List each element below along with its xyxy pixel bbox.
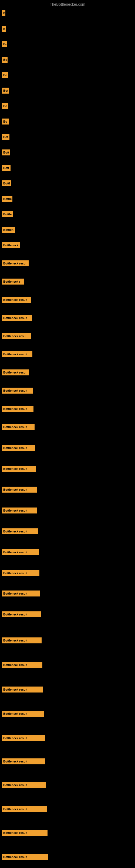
bar-label: Bottleneck result xyxy=(3,446,27,450)
bar-label: Bottleneck result xyxy=(3,352,27,356)
bar-label: Bottleneck result xyxy=(3,488,27,491)
bar-item: B xyxy=(2,26,6,32)
bar-label: Bottle xyxy=(3,213,12,216)
bar-label: Bottleneck result xyxy=(3,425,27,429)
bar-label: Bo xyxy=(3,104,7,108)
bar-label: Bo xyxy=(3,42,7,46)
bar-item: Bottleneck result xyxy=(2,424,35,430)
bar-item: Bottleneck resu xyxy=(2,260,29,267)
bar-label: Bott xyxy=(3,166,9,169)
bar-item: Bo xyxy=(2,41,7,47)
bar-item: Bottleneck result xyxy=(2,570,39,576)
bar-item: Bot xyxy=(2,134,9,140)
bar-label: Bottleneck resu xyxy=(3,262,26,265)
bar-label: Bottleneck result xyxy=(3,530,27,533)
bar-label: B xyxy=(3,12,5,15)
bar-item: Bott xyxy=(2,150,10,155)
bar-item: Bottleneck result xyxy=(2,351,32,357)
bar-label: Bottle xyxy=(3,197,12,200)
bar-label: Bottleneck result xyxy=(3,831,27,834)
bar-item: Bottleneck result xyxy=(2,782,46,788)
bar-label: B xyxy=(3,27,5,30)
bar-item: Bottleneck result xyxy=(2,297,31,303)
bar-item: Bottleneck result xyxy=(2,854,48,860)
bar-label: Bottleneck result xyxy=(3,712,27,715)
bar-label: Bottleneck result xyxy=(3,298,27,301)
bar-item: Bottl xyxy=(2,180,11,186)
bar-label: Bottleneck resu xyxy=(3,371,26,374)
bar-item: Bottleneck result xyxy=(2,388,33,394)
bar-label: Bo xyxy=(3,58,7,61)
bar-item: Bottleneck result xyxy=(2,662,42,668)
bar-item: Bo xyxy=(2,72,8,78)
bar-label: Bottleneck result xyxy=(3,639,27,642)
bar-label: Bottleneck result xyxy=(3,592,27,595)
bar-label: Bottleneck result xyxy=(3,316,27,319)
bar-item: Bottleneck result xyxy=(2,711,44,717)
bar-item: Bottleneck result xyxy=(2,315,32,321)
bar-item: Bo xyxy=(2,103,8,109)
bar-item: Bottleneck result xyxy=(2,686,43,692)
bar-label: Bott xyxy=(3,151,9,154)
bar-label: Bottl xyxy=(3,182,10,185)
bar-item: Bott xyxy=(2,165,10,171)
bar-item: Bottleneck result xyxy=(2,466,36,472)
bar-item: Bottlen xyxy=(2,227,15,233)
bar-label: Bottleneck resul xyxy=(3,335,27,338)
bar-item: B xyxy=(2,10,5,16)
bar-label: Bottleneck result xyxy=(3,688,27,691)
bar-label: Bottleneck result xyxy=(3,389,27,392)
bar-label: Bo xyxy=(3,120,7,123)
bar-item: Bottleneck result xyxy=(2,806,47,812)
bar-item: Bottleneck resu xyxy=(2,369,29,375)
bar-label: Bot xyxy=(3,135,8,138)
bar-item: Bottleneck result xyxy=(2,735,45,741)
bar-item: Bottleneck result xyxy=(2,445,35,451)
bar-label: Bottleneck result xyxy=(3,407,27,410)
bar-item: Bottleneck xyxy=(2,242,20,248)
bar-item: Bottleneck result xyxy=(2,549,39,555)
bar-item: Bo xyxy=(2,119,9,124)
bar-item: Bottleneck result xyxy=(2,507,37,514)
bar-item: Bottleneck result xyxy=(2,590,40,596)
site-title: TheBottlenecker.com xyxy=(50,2,85,6)
bar-item: Bottleneck result xyxy=(2,611,41,617)
bar-label: Bottleneck xyxy=(3,244,18,247)
bar-label: Bottleneck result xyxy=(3,737,27,740)
bar-item: Bottle xyxy=(2,211,13,217)
bar-label: Bot xyxy=(3,89,8,92)
bar-item: Bo xyxy=(2,57,8,63)
bar-label: Bottleneck result xyxy=(3,551,27,554)
bar-label: Bottleneck result xyxy=(3,760,27,763)
bar-label: Bottleneck result xyxy=(3,571,27,575)
bar-label: Bottleneck result xyxy=(3,509,27,512)
bar-item: Bottleneck result xyxy=(2,528,38,534)
bar-item: Bottleneck result xyxy=(2,406,34,412)
bar-item: Bottleneck result xyxy=(2,487,37,493)
bar-label: Bottlen xyxy=(3,228,13,231)
bar-label: Bottleneck result xyxy=(3,783,27,786)
bar-item: Bottleneck result xyxy=(2,758,45,764)
bar-label: Bo xyxy=(3,73,7,77)
bar-label: Bottleneck result xyxy=(3,855,27,859)
bar-item: Bottleneck result xyxy=(2,638,42,643)
bar-label: Bottleneck result xyxy=(3,613,27,616)
bar-item: Bottleneck result xyxy=(2,830,48,836)
bar-item: Bottle xyxy=(2,196,12,202)
bar-label: Bottleneck result xyxy=(3,663,27,666)
bar-item: Bot xyxy=(2,88,9,94)
bar-label: Bottleneck result xyxy=(3,467,27,470)
bar-label: Bottleneck r xyxy=(3,280,20,283)
bar-label: Bottleneck result xyxy=(3,807,27,811)
bar-item: Bottleneck r xyxy=(2,279,24,284)
bar-item: Bottleneck resul xyxy=(2,333,31,339)
